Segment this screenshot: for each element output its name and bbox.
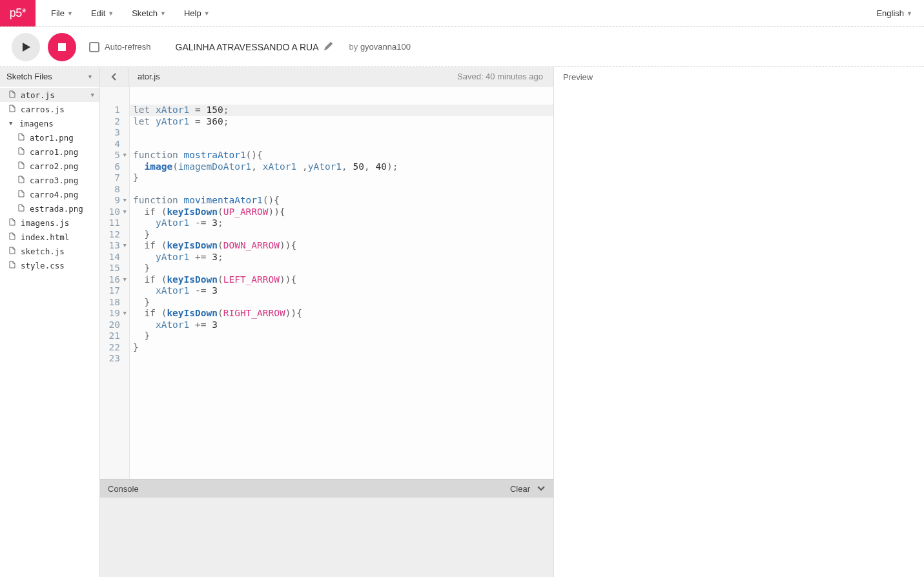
gutter-line: 8	[100, 184, 127, 196]
editor-area: ator.js Saved: 40 minutes ago 12345▼6789…	[100, 67, 554, 577]
console-header: Console Clear	[100, 480, 553, 498]
fold-marker-icon[interactable]: ▼	[123, 240, 127, 252]
code-line[interactable]	[133, 353, 553, 365]
code-line[interactable]: if (keyIsDown(RIGHT_ARROW)){	[133, 308, 553, 319]
file-tree: ator.js▼carros.js▼imagensator1.pngcarro1…	[0, 86, 99, 577]
gutter-line: 2	[100, 116, 127, 128]
code-line[interactable]	[133, 184, 553, 196]
file-item[interactable]: estrada.png	[0, 201, 99, 216]
author-label: by gyovanna100	[349, 42, 411, 52]
file-name-label: carro2.png	[30, 161, 78, 171]
code-line[interactable]: xAtor1 -= 3	[133, 285, 553, 297]
sketch-title-text: GALINHA ATRAVESSANDO A RUA	[176, 42, 319, 52]
editor-tab[interactable]: ator.js	[128, 72, 169, 81]
author-link[interactable]: gyovanna100	[360, 42, 411, 52]
gutter-line: 6	[100, 161, 127, 173]
fold-marker-icon[interactable]: ▼	[123, 207, 127, 218]
menu-sketch[interactable]: Sketch▼	[123, 0, 175, 26]
sidebar: Sketch Files ▼ ator.js▼carros.js▼imagens…	[0, 67, 100, 577]
code-line[interactable]: }	[133, 263, 553, 274]
preview-header: Preview	[554, 67, 924, 86]
play-button[interactable]	[12, 33, 40, 61]
file-item[interactable]: ator.js▼	[0, 88, 99, 102]
file-item[interactable]: index.html	[0, 230, 99, 244]
code-line[interactable]	[133, 127, 553, 139]
file-item[interactable]: sketch.js	[0, 244, 99, 258]
code-line[interactable]: if (keyIsDown(DOWN_ARROW)){	[133, 240, 553, 252]
code-line[interactable]: function movimentaAtor1(){	[133, 195, 553, 207]
file-name-label: sketch.js	[21, 247, 65, 256]
code-line[interactable]: image(imagemDoAtor1, xAtor1 ,yAtor1, 50,…	[133, 161, 553, 173]
code-line[interactable]: yAtor1 += 3;	[133, 252, 553, 263]
file-item[interactable]: carros.js	[0, 102, 99, 116]
logo[interactable]: p5*	[0, 0, 36, 26]
folder-item[interactable]: ▼imagens	[0, 116, 99, 130]
gutter-line: 9▼	[100, 195, 127, 207]
file-actions-icon[interactable]: ▼	[91, 92, 94, 98]
gutter-line: 3	[100, 127, 127, 139]
file-icon	[18, 161, 26, 171]
checkbox-icon[interactable]	[89, 42, 99, 52]
code-editor[interactable]: 12345▼6789▼10▼111213▼141516▼171819▼20212…	[100, 86, 553, 479]
stop-button[interactable]	[48, 33, 76, 61]
file-item[interactable]: ator1.png	[0, 130, 99, 145]
fold-marker-icon[interactable]: ▼	[123, 308, 127, 319]
file-icon	[18, 147, 26, 157]
code-line[interactable]: }	[133, 297, 553, 309]
file-item[interactable]: style.css	[0, 258, 99, 272]
file-item[interactable]: carro3.png	[0, 173, 99, 187]
code-line[interactable]: xAtor1 += 3	[133, 319, 553, 331]
language-label: English	[876, 8, 904, 18]
console-body[interactable]	[100, 498, 553, 577]
chevron-down-icon: ▼	[67, 10, 73, 17]
chevron-down-icon[interactable]: ▼	[87, 74, 93, 80]
code-line[interactable]: if (keyIsDown(LEFT_ARROW)){	[133, 274, 553, 286]
language-selector[interactable]: English▼	[865, 0, 924, 26]
file-item[interactable]: carro2.png	[0, 159, 99, 173]
file-name-label: imagens	[19, 119, 54, 128]
folder-toggle-icon[interactable]: ▼	[9, 120, 15, 127]
menu-file[interactable]: File▼	[42, 0, 82, 26]
file-item[interactable]: carro4.png	[0, 187, 99, 201]
preview-area: Preview	[554, 67, 924, 577]
code-line[interactable]: let xAtor1 = 150;	[130, 105, 553, 116]
file-item[interactable]: carro1.png	[0, 145, 99, 159]
gutter-line: 10▼	[100, 207, 127, 218]
menu-help[interactable]: Help▼	[175, 0, 219, 26]
gutter: 12345▼6789▼10▼111213▼141516▼171819▼20212…	[100, 86, 130, 479]
file-icon	[9, 232, 17, 242]
code-lines[interactable]: let xAtor1 = 150;let yAtor1 = 360; funct…	[130, 86, 553, 479]
console-title: Console	[108, 484, 139, 494]
auto-refresh-label: Auto-refresh	[105, 42, 151, 52]
code-line[interactable]: yAtor1 -= 3;	[133, 218, 553, 229]
file-icon	[9, 105, 17, 114]
menu-file-label: File	[51, 8, 65, 18]
code-line[interactable]: function mostraAtor1(){	[133, 150, 553, 161]
menu-edit[interactable]: Edit▼	[82, 0, 123, 26]
code-line[interactable]: }	[133, 229, 553, 241]
gutter-line: 11	[100, 218, 127, 229]
menu-edit-label: Edit	[91, 8, 105, 18]
file-item[interactable]: imagens.js	[0, 216, 99, 230]
code-line[interactable]: let yAtor1 = 360;	[133, 116, 553, 128]
gutter-line: 20	[100, 319, 127, 331]
code-line[interactable]	[133, 139, 553, 150]
code-line[interactable]: }	[133, 330, 553, 342]
console-clear-button[interactable]: Clear	[510, 484, 530, 494]
file-name-label: carro4.png	[30, 190, 78, 199]
gutter-line: 21	[100, 330, 127, 342]
chevron-down-icon[interactable]	[537, 483, 546, 494]
fold-marker-icon[interactable]: ▼	[123, 274, 127, 286]
code-line[interactable]: if (keyIsDown(UP_ARROW)){	[133, 207, 553, 218]
file-name-label: imagens.js	[21, 218, 69, 228]
file-icon	[18, 133, 26, 143]
file-name-label: style.css	[21, 261, 65, 270]
fold-marker-icon[interactable]: ▼	[123, 150, 127, 161]
code-line[interactable]: }	[133, 342, 553, 354]
sidebar-title: Sketch Files	[6, 72, 52, 81]
collapse-sidebar-button[interactable]	[100, 67, 128, 86]
code-line[interactable]: }	[133, 172, 553, 184]
auto-refresh-toggle[interactable]: Auto-refresh	[89, 42, 151, 52]
fold-marker-icon[interactable]: ▼	[123, 195, 127, 207]
pencil-icon[interactable]	[324, 42, 333, 52]
